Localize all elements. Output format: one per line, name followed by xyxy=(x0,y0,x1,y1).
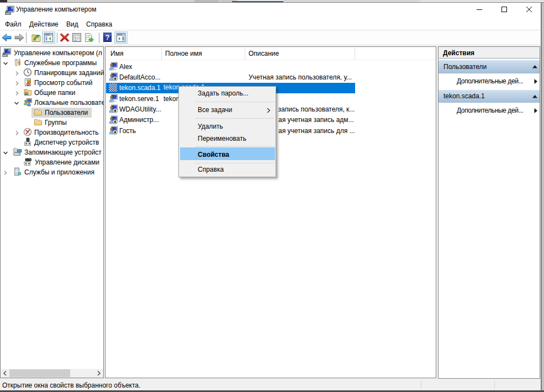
svg-text:?: ? xyxy=(105,34,110,41)
